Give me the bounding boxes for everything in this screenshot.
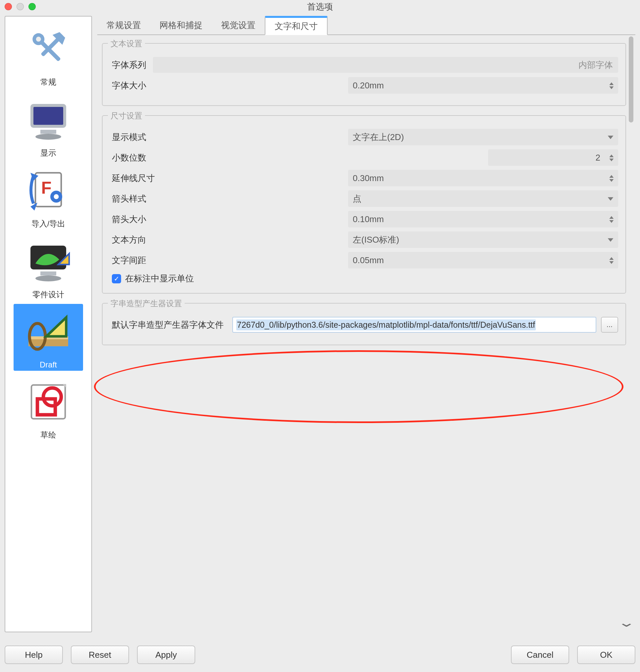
text-spacing-input[interactable] <box>348 252 605 269</box>
tab-visual[interactable]: 视觉设置 <box>212 16 265 34</box>
svg-marker-21 <box>46 317 66 336</box>
chevron-down-icon: ▼ <box>606 237 615 243</box>
sidebar-item-label: 导入/导出 <box>31 218 66 229</box>
text-spacing-spinner[interactable]: ▲▼ <box>348 252 618 269</box>
wrench-screwdriver-icon <box>22 23 75 75</box>
decimals-input[interactable] <box>488 149 605 166</box>
checkbox-checked-icon: ✓ <box>112 274 121 283</box>
svg-rect-5 <box>33 107 63 125</box>
font-size-spinner[interactable]: ▲▼ <box>348 77 618 94</box>
text-dir-value: 左(ISO标准) <box>353 234 399 246</box>
group-text-settings: 文本设置 字体系列 内部字体 字体大小 ▲▼ <box>102 43 626 106</box>
font-size-input[interactable] <box>348 77 605 94</box>
display-mode-combo[interactable]: 文字在上(2D) ▼ <box>348 129 618 145</box>
svg-point-7 <box>35 134 61 140</box>
tab-general[interactable]: 常规设置 <box>97 16 150 34</box>
ext-line-label: 延伸线尺寸 <box>110 172 348 184</box>
help-button[interactable]: Help <box>5 645 63 664</box>
ext-line-input[interactable] <box>348 170 605 186</box>
ok-button[interactable]: OK <box>577 645 635 664</box>
font-file-label: 默认字串造型产生器字体文件 <box>110 319 232 331</box>
show-unit-checkbox[interactable]: ✓ 在标注中显示单位 <box>110 273 618 284</box>
font-file-value: 7267d0_0/lib/python3.6/site-packages/mat… <box>236 319 536 330</box>
font-family-label: 字体系列 <box>110 59 153 71</box>
show-unit-label: 在标注中显示单位 <box>125 273 194 284</box>
font-size-label: 字体大小 <box>110 80 348 91</box>
content-area: 常规设置 网格和捕捉 视觉设置 文字和尺寸 文本设置 字体系列 内部字体 字体大… <box>97 16 635 632</box>
text-spacing-label: 文字间距 <box>110 255 348 266</box>
draft-icon <box>22 306 75 359</box>
svg-point-17 <box>35 275 61 281</box>
group-legend: 尺寸设置 <box>108 111 145 121</box>
spinner-buttons[interactable]: ▲▼ <box>605 252 618 269</box>
chevron-down-icon: ▼ <box>606 195 615 202</box>
reset-button[interactable]: Reset <box>71 645 129 664</box>
arrow-size-spinner[interactable]: ▲▼ <box>348 211 618 227</box>
group-legend: 字串造型产生器设置 <box>108 298 185 309</box>
sidebar-item-label: Draft <box>40 360 57 369</box>
browse-button[interactable]: ... <box>601 317 618 333</box>
decimals-label: 小数位数 <box>110 152 488 163</box>
font-family-field[interactable]: 内部字体 <box>153 57 618 73</box>
tab-grid-snap[interactable]: 网格和捕捉 <box>150 16 212 34</box>
apply-button[interactable]: Apply <box>137 645 195 664</box>
font-file-input[interactable]: 7267d0_0/lib/python3.6/site-packages/mat… <box>232 317 596 333</box>
settings-tabs: 常规设置 网格和捕捉 视觉设置 文字和尺寸 <box>97 16 635 35</box>
window-title: 首选项 <box>0 1 640 13</box>
sidebar-item-sketch[interactable]: 草绘 <box>14 373 83 442</box>
decimals-spinner[interactable]: ▲▼ <box>488 149 618 166</box>
arrow-size-input[interactable] <box>348 211 605 227</box>
text-dir-label: 文本方向 <box>110 234 348 246</box>
spinner-buttons[interactable]: ▲▼ <box>605 211 618 227</box>
spinner-buttons[interactable]: ▲▼ <box>605 170 618 186</box>
text-dir-combo[interactable]: 左(ISO标准) ▼ <box>348 231 618 248</box>
spinner-buttons[interactable]: ▲▼ <box>605 77 618 94</box>
svg-rect-18 <box>28 339 68 346</box>
sidebar-item-part-design[interactable]: 零件设计 <box>14 233 83 301</box>
ext-line-spinner[interactable]: ▲▼ <box>348 170 618 186</box>
sidebar-item-label: 草绘 <box>40 430 56 440</box>
display-mode-label: 显示模式 <box>110 131 348 143</box>
tab-text-dim[interactable]: 文字和尺寸 <box>265 16 328 35</box>
arrow-style-label: 箭头样式 <box>110 193 348 204</box>
display-mode-value: 文字在上(2D) <box>353 131 404 143</box>
monitor-icon <box>22 94 75 146</box>
category-sidebar: 常规 显示 F <box>5 16 92 632</box>
font-family-value: 内部字体 <box>579 59 613 71</box>
sidebar-item-import-export[interactable]: F 导入/导出 <box>14 162 83 230</box>
sidebar-item-label: 常规 <box>40 77 56 87</box>
arrow-size-label: 箭头大小 <box>110 214 348 225</box>
import-export-icon: F <box>22 164 75 217</box>
arrow-style-value: 点 <box>353 193 361 204</box>
group-dimension-settings: 尺寸设置 显示模式 文字在上(2D) ▼ 小数位数 ▲▼ <box>102 115 626 294</box>
svg-text:F: F <box>41 178 51 197</box>
sidebar-item-label: 显示 <box>40 148 56 158</box>
group-shapestring-settings: 字串造型产生器设置 默认字串造型产生器字体文件 7267d0_0/lib/pyt… <box>102 303 626 345</box>
part-design-icon <box>22 235 75 288</box>
chevron-down-icon: ▼ <box>606 134 615 141</box>
sidebar-item-general[interactable]: 常规 <box>14 20 83 89</box>
sidebar-item-draft[interactable]: Draft <box>14 304 83 371</box>
window-titlebar: 首选项 <box>0 0 640 13</box>
cancel-button[interactable]: Cancel <box>511 645 569 664</box>
sidebar-item-display[interactable]: 显示 <box>14 91 83 160</box>
annotation-ellipse <box>94 350 623 423</box>
svg-point-11 <box>54 194 59 199</box>
scrollbar-thumb[interactable] <box>629 37 634 123</box>
svg-rect-16 <box>40 271 56 275</box>
browse-label: ... <box>607 320 612 329</box>
arrow-style-combo[interactable]: 点 ▼ <box>348 190 618 207</box>
dialog-footer: Help Reset Apply Cancel OK <box>5 645 635 664</box>
spinner-buttons[interactable]: ▲▼ <box>605 149 618 166</box>
group-legend: 文本设置 <box>108 39 145 49</box>
sketch-icon <box>22 375 75 428</box>
sidebar-item-label: 零件设计 <box>32 289 64 300</box>
scroll-down-indicator-icon: ⌄ <box>617 616 635 630</box>
svg-rect-6 <box>40 130 56 134</box>
